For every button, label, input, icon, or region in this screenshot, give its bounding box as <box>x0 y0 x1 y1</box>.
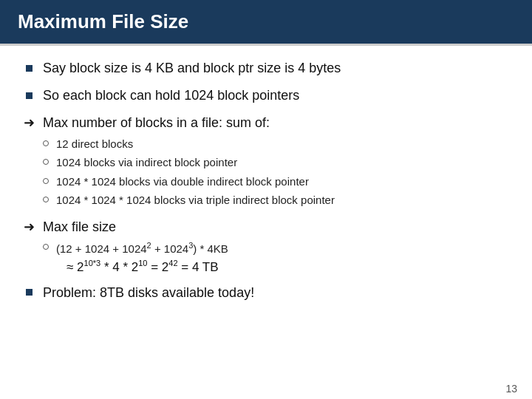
sub-row-4-1: (12 + 1024 + 10242 + 10243) * 4KB <box>43 239 510 258</box>
sub-bullets-4: (12 + 1024 + 10242 + 10243) * 4KB <box>43 239 510 258</box>
bullet-text-4: Max file size <box>43 218 116 236</box>
square-icon-5 <box>26 289 33 296</box>
bullet-4-group: ➜ Max file size (12 + 1024 + 10242 + 102… <box>22 218 510 275</box>
sub-row-3-3: 1024 * 1024 blocks via double indirect b… <box>43 174 510 191</box>
slide-footer: 13 <box>0 380 532 399</box>
sub-text-3-3: 1024 * 1024 blocks via double indirect b… <box>56 174 309 191</box>
bullet-5: Problem: 8TB disks available today! <box>22 284 510 302</box>
approx-line: ≈ 210*3 * 4 * 210 = 242 = 4 TB <box>66 259 510 275</box>
bullet-text-5: Problem: 8TB disks available today! <box>43 284 254 302</box>
sub-bullets-3: 12 direct blocks 1024 blocks via indirec… <box>43 136 510 209</box>
bullet-3: ➜ Max number of blocks in a file: sum of… <box>22 114 510 132</box>
sub-math-text: (12 + 1024 + 10242 + 10243) * 4KB <box>56 239 228 258</box>
slide-title: Maximum File Size <box>18 10 188 33</box>
bullet-2: So each block can hold 1024 block pointe… <box>22 86 510 105</box>
bullet-text-3: Max number of blocks in a file: sum of: <box>43 114 270 132</box>
sub-row-3-2: 1024 blocks via indirect block pointer <box>43 154 510 171</box>
bullet-icon-2 <box>22 89 35 102</box>
bullet-text-2: So each block can hold 1024 block pointe… <box>43 86 299 105</box>
bullet-3-group: ➜ Max number of blocks in a file: sum of… <box>22 114 510 208</box>
circle-icon-3-3 <box>43 178 49 184</box>
arrow-icon-4: ➜ <box>24 220 35 233</box>
bullet-4: ➜ Max file size <box>22 218 510 236</box>
slide-header: Maximum File Size <box>0 0 532 44</box>
bullet-icon-5 <box>22 286 35 299</box>
slide: Maximum File Size Say block size is 4 KB… <box>0 0 532 399</box>
sub-text-3-1: 12 direct blocks <box>56 136 133 153</box>
circle-icon-3-1 <box>43 140 49 146</box>
bullet-icon-1 <box>22 61 35 75</box>
square-icon-1 <box>26 65 33 72</box>
page-number: 13 <box>505 383 517 395</box>
arrow-icon-3: ➜ <box>24 116 35 129</box>
slide-content: Say block size is 4 KB and block ptr siz… <box>0 46 532 380</box>
bullet-1: Say block size is 4 KB and block ptr siz… <box>22 59 510 78</box>
sub-row-3-1: 12 direct blocks <box>43 136 510 153</box>
circle-icon-3-2 <box>43 159 49 165</box>
circle-icon-3-4 <box>43 197 49 202</box>
square-icon-2 <box>26 92 33 99</box>
bullet-text-1: Say block size is 4 KB and block ptr siz… <box>43 59 341 78</box>
sub-text-3-2: 1024 blocks via indirect block pointer <box>56 154 237 171</box>
bullet-icon-4: ➜ <box>22 220 35 233</box>
sub-row-3-4: 1024 * 1024 * 1024 blocks via triple ind… <box>43 192 510 209</box>
sub-text-3-4: 1024 * 1024 * 1024 blocks via triple ind… <box>56 192 335 209</box>
circle-icon-4-1 <box>43 244 49 250</box>
bullet-icon-3: ➜ <box>22 116 35 129</box>
